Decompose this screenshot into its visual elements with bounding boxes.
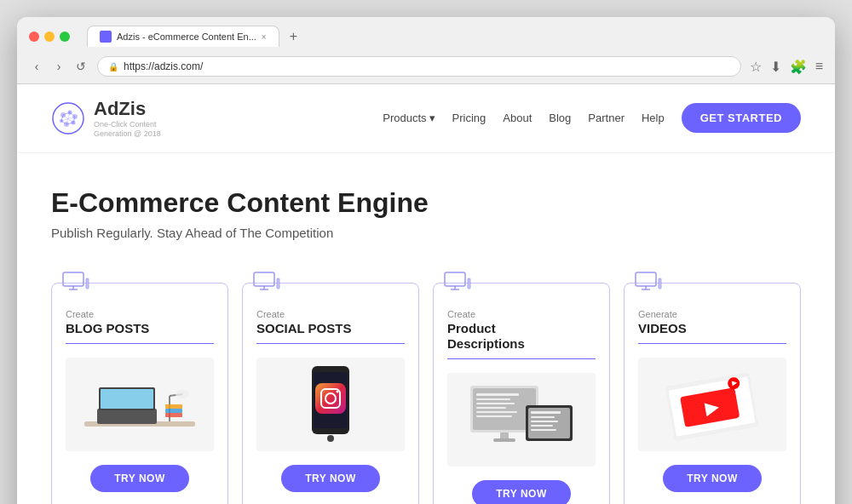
address-bar[interactable]: 🔒 https://adzis.com/ bbox=[97, 56, 741, 77]
back-button[interactable]: ‹ bbox=[29, 60, 44, 73]
nav-buttons: ‹ › ↺ bbox=[29, 60, 89, 73]
active-tab[interactable]: Adzis - eCommerce Content En... × bbox=[87, 26, 279, 47]
product-card-image bbox=[447, 373, 596, 467]
svg-rect-62 bbox=[636, 272, 656, 286]
nav-about[interactable]: About bbox=[503, 112, 532, 124]
product-illustration bbox=[466, 381, 577, 458]
blog-posts-card: Create BLOG POSTS bbox=[51, 283, 228, 504]
svg-rect-47 bbox=[476, 393, 519, 396]
maximize-button[interactable] bbox=[60, 32, 70, 42]
svg-rect-30 bbox=[254, 272, 274, 286]
svg-rect-41 bbox=[445, 272, 465, 286]
svg-rect-48 bbox=[476, 398, 510, 400]
svg-rect-51 bbox=[476, 411, 517, 413]
get-started-button[interactable]: GET STARTED bbox=[682, 103, 801, 133]
monitor-icon-product bbox=[444, 272, 471, 292]
hero-subtitle: Publish Regularly. Stay Ahead of The Com… bbox=[51, 226, 801, 240]
lock-icon: 🔒 bbox=[108, 62, 118, 72]
browser-window: Adzis - eCommerce Content En... × + ‹ › … bbox=[17, 17, 835, 504]
logo-area: AdZis One-Click Content Generation @ 201… bbox=[51, 98, 161, 139]
social-card-image bbox=[256, 358, 405, 451]
social-try-now-button[interactable]: TRY NOW bbox=[281, 465, 380, 492]
svg-rect-36 bbox=[315, 383, 346, 414]
monitor-icon bbox=[62, 272, 89, 292]
social-card-label: Create bbox=[256, 309, 285, 319]
videos-card: Generate VIDEOS bbox=[624, 283, 801, 504]
svg-rect-65 bbox=[659, 278, 661, 289]
close-button[interactable] bbox=[29, 32, 39, 42]
tab-label: Adzis - eCommerce Content En... bbox=[117, 32, 256, 42]
svg-rect-58 bbox=[531, 416, 555, 418]
blog-card-divider bbox=[66, 343, 214, 345]
tab-favicon bbox=[100, 31, 112, 43]
product-card-label: Create bbox=[447, 309, 475, 319]
new-tab-button[interactable]: + bbox=[285, 29, 302, 44]
url-text: https://adzis.com/ bbox=[124, 60, 203, 72]
forward-button[interactable]: › bbox=[51, 60, 66, 73]
video-try-now-button[interactable]: TRY NOW bbox=[663, 465, 762, 492]
monitor-icon-social bbox=[253, 272, 280, 292]
blog-try-now-button[interactable]: TRY NOW bbox=[90, 465, 189, 492]
svg-rect-50 bbox=[476, 407, 506, 409]
product-descriptions-card: Create Product Descriptions bbox=[433, 283, 610, 504]
minimize-button[interactable] bbox=[44, 32, 55, 42]
monitor-icon-video bbox=[635, 272, 662, 292]
blog-card-title: BLOG POSTS bbox=[66, 321, 149, 336]
social-posts-card: Create SOCIAL POSTS bbox=[242, 283, 419, 504]
nav-partner[interactable]: Partner bbox=[588, 112, 625, 124]
browser-chrome: Adzis - eCommerce Content En... × + ‹ › … bbox=[17, 17, 835, 84]
tab-close-icon[interactable]: × bbox=[262, 32, 267, 42]
logo-name: AdZis bbox=[94, 98, 146, 120]
svg-rect-53 bbox=[500, 432, 509, 439]
download-icon[interactable]: ⬇ bbox=[770, 59, 781, 75]
reload-button[interactable]: ↺ bbox=[73, 60, 89, 73]
menu-icon[interactable]: ≡ bbox=[815, 59, 823, 74]
svg-rect-33 bbox=[277, 278, 279, 289]
product-try-now-button[interactable]: TRY NOW bbox=[472, 480, 571, 504]
hero-title: E-Commerce Content Engine bbox=[51, 187, 801, 219]
svg-rect-52 bbox=[476, 415, 512, 417]
product-card-title-area: Product Descriptions bbox=[447, 321, 525, 352]
svg-rect-61 bbox=[531, 429, 556, 431]
social-card-icon-area bbox=[253, 272, 280, 295]
blog-card-icon-area bbox=[62, 272, 89, 295]
video-illustration bbox=[657, 366, 768, 443]
svg-rect-16 bbox=[63, 272, 83, 286]
product-card-title: Product Descriptions bbox=[447, 321, 525, 352]
logo-text-area: AdZis One-Click Content Generation @ 201… bbox=[94, 98, 161, 139]
tab-bar: Adzis - eCommerce Content En... × + bbox=[87, 26, 823, 47]
video-card-icon-area bbox=[635, 272, 662, 295]
nav-products[interactable]: Products ▾ bbox=[383, 112, 435, 124]
nav-blog[interactable]: Blog bbox=[549, 112, 571, 124]
logo-tagline: One-Click Content Generation @ 2018 bbox=[94, 120, 161, 139]
hero-section: E-Commerce Content Engine Publish Regula… bbox=[17, 153, 835, 283]
svg-rect-21 bbox=[97, 409, 157, 424]
logo-icon bbox=[51, 101, 85, 135]
extensions-icon[interactable]: 🧩 bbox=[790, 59, 807, 75]
video-card-image bbox=[638, 358, 786, 451]
svg-rect-29 bbox=[165, 404, 182, 409]
svg-rect-60 bbox=[531, 425, 553, 427]
nav-links: Products ▾ Pricing About Blog Partner He… bbox=[383, 103, 801, 133]
navbar: AdZis One-Click Content Generation @ 201… bbox=[17, 84, 835, 153]
product-card-icon-area bbox=[444, 272, 471, 295]
cards-container: Create BLOG POSTS bbox=[17, 283, 835, 504]
svg-rect-54 bbox=[493, 438, 515, 442]
svg-point-26 bbox=[176, 390, 189, 398]
svg-rect-57 bbox=[531, 411, 561, 414]
blog-card-label: Create bbox=[66, 309, 94, 319]
blog-illustration bbox=[80, 362, 199, 447]
svg-rect-49 bbox=[476, 403, 515, 404]
titlebar: Adzis - eCommerce Content En... × + bbox=[17, 17, 835, 52]
nav-help[interactable]: Help bbox=[642, 112, 665, 124]
svg-rect-23 bbox=[101, 389, 153, 409]
bookmark-icon[interactable]: ☆ bbox=[750, 59, 762, 75]
svg-rect-44 bbox=[468, 278, 470, 289]
dropdown-arrow-icon: ▾ bbox=[429, 112, 435, 124]
svg-point-40 bbox=[327, 435, 334, 442]
page-content: AdZis One-Click Content Generation @ 201… bbox=[17, 84, 835, 504]
nav-pricing[interactable]: Pricing bbox=[452, 112, 486, 124]
social-card-title: SOCIAL POSTS bbox=[256, 321, 351, 336]
addressbar-row: ‹ › ↺ 🔒 https://adzis.com/ ☆ ⬇ 🧩 ≡ bbox=[17, 52, 835, 83]
svg-point-39 bbox=[337, 391, 339, 393]
